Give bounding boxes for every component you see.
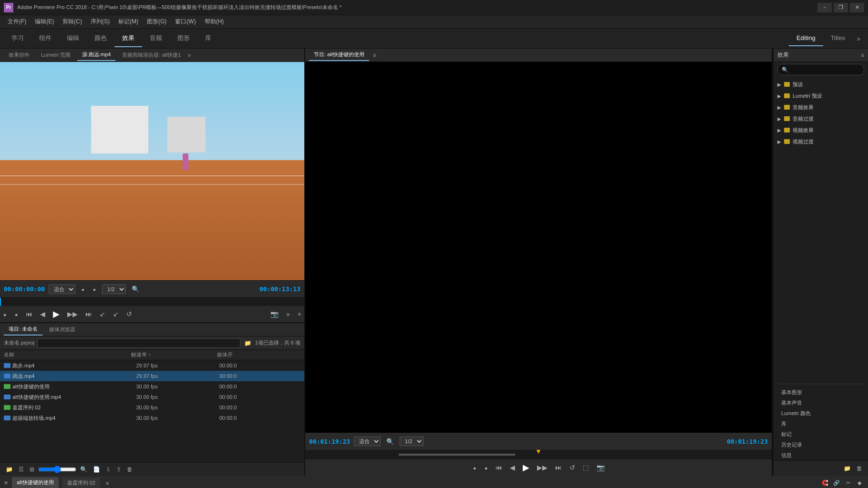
prog-rewind[interactable]: ◀ xyxy=(507,462,518,473)
effect-item-基本声音[interactable]: 基本声音 xyxy=(774,397,868,408)
tl-snap-btn[interactable]: 🧲 xyxy=(820,478,830,488)
top-tab-extra-Editing[interactable]: Editing xyxy=(789,30,823,46)
effect-item-历史记录[interactable]: 历史记录 xyxy=(774,439,868,450)
tab-media-browser[interactable]: 媒体浏览器 xyxy=(44,324,80,335)
program-timeline[interactable] xyxy=(305,450,772,459)
effect-group-header-音频效果[interactable]: ▶ 音频效果 xyxy=(774,102,868,112)
effect-group-音频过渡[interactable]: ▶ 音频过渡 xyxy=(774,113,868,124)
project-new-folder-btn[interactable]: 📁 xyxy=(243,339,252,347)
prog-ffwd[interactable]: ▶▶ xyxy=(534,462,550,473)
zoom-slider[interactable] xyxy=(38,466,76,473)
menu-item-编辑(E)[interactable]: 编辑(E) xyxy=(31,16,58,28)
effects-delete[interactable]: 🗑 xyxy=(855,464,864,473)
prog-camera[interactable]: 📷 xyxy=(594,462,608,473)
new-bin-btn[interactable]: 📁 xyxy=(4,465,15,474)
effect-group-header-音频过渡[interactable]: ▶ 音频过渡 xyxy=(774,113,868,124)
program-zoom-btn[interactable]: 🔍 xyxy=(384,437,396,446)
file-row-3[interactable]: alt快捷键的使用30.00 fps00:00:0 xyxy=(0,381,304,392)
top-tab-颜色[interactable]: 颜色 xyxy=(87,30,114,47)
source-add-btn[interactable]: + xyxy=(295,308,304,320)
prog-mark-in[interactable]: ⬥ xyxy=(470,462,479,473)
source-mark-out-btn[interactable]: ⬥ xyxy=(11,308,21,320)
timeline-tab-menu[interactable]: ≡ xyxy=(106,480,109,486)
source-camera-btn[interactable]: 📷 xyxy=(268,308,281,320)
tl-scissors-btn[interactable]: ✂ xyxy=(843,478,853,488)
top-tab-extra-Titles[interactable]: Titles xyxy=(823,30,853,46)
tab-program[interactable]: 节目: alt快捷键的使用 xyxy=(309,49,369,61)
delete-btn[interactable]: 🗑 xyxy=(125,465,134,474)
tl-link-btn[interactable]: 🔗 xyxy=(832,478,841,488)
tab-audio-mixer[interactable]: 音频剪辑混合器: alt快捷1 xyxy=(117,50,186,61)
menu-item-剪辑(C)[interactable]: 剪辑(C) xyxy=(59,16,86,28)
prog-play[interactable]: ▶ xyxy=(520,460,532,475)
tab-project[interactable]: 项目: 未命名 xyxy=(4,324,42,336)
effect-item-Lumetri 颜色[interactable]: Lumetri 颜色 xyxy=(774,408,868,418)
prog-safe-zones[interactable]: ⬚ xyxy=(580,462,592,473)
prog-mark-out[interactable]: ⬥ xyxy=(481,462,491,473)
list-view-btn[interactable]: ☰ xyxy=(17,465,26,474)
top-tab-学习[interactable]: 学习 xyxy=(4,30,31,47)
minimize-button[interactable]: － xyxy=(817,3,832,12)
menu-item-窗口(W)[interactable]: 窗口(W) xyxy=(171,16,199,28)
effects-new-folder[interactable]: 📁 xyxy=(842,464,853,473)
close-button[interactable]: ✕ xyxy=(850,3,864,12)
icon-view-btn[interactable]: ⊞ xyxy=(28,465,36,474)
effect-group-预设[interactable]: ▶ 预设 xyxy=(774,79,868,90)
effect-group-Lumetri 预设[interactable]: ▶ Lumetri 预设 xyxy=(774,91,868,101)
top-tab-音频[interactable]: 音频 xyxy=(142,30,170,47)
top-tab-编辑[interactable]: 编辑 xyxy=(59,30,87,47)
search-btn[interactable]: 🔍 xyxy=(78,465,89,474)
effect-item-信息[interactable]: 信息 xyxy=(774,450,868,460)
menu-item-序列(S)[interactable]: 序列(S) xyxy=(87,16,114,28)
source-panel-more[interactable]: » xyxy=(187,52,191,59)
source-overwrite-btn[interactable]: ↙ xyxy=(110,308,122,320)
effect-group-视频过渡[interactable]: ▶ 视频过渡 xyxy=(774,136,868,147)
tab-lumetri-scope[interactable]: Lumetri 范围 xyxy=(36,50,75,61)
tl-mark-btn[interactable]: ◆ xyxy=(855,478,864,488)
program-panel-menu[interactable]: ≡ xyxy=(373,52,376,59)
top-tab-库[interactable]: 库 xyxy=(197,30,219,47)
file-row-4[interactable]: alt快捷键的使用.mp430.00 fps00:00:0 xyxy=(0,392,304,402)
source-timeline[interactable] xyxy=(0,297,304,306)
effect-group-header-Lumetri 预设[interactable]: ▶ Lumetri 预设 xyxy=(774,91,868,101)
effect-item-基本图形[interactable]: 基本图形 xyxy=(774,387,868,397)
source-play-btn[interactable]: ▶ xyxy=(50,307,62,321)
restore-button[interactable]: ❐ xyxy=(834,3,848,12)
file-row-1[interactable]: 跑步.mp429.97 fps00:00:0 xyxy=(0,360,304,371)
prog-loop[interactable]: ↺ xyxy=(567,462,578,473)
source-scale-select[interactable]: 1/2 xyxy=(102,285,126,294)
effect-item-库[interactable]: 库 xyxy=(774,418,868,429)
menu-item-图形(G)[interactable]: 图形(G) xyxy=(143,16,170,28)
prog-prev[interactable]: ⏮ xyxy=(493,462,505,473)
effect-group-header-视频效果[interactable]: ▶ 视频效果 xyxy=(774,125,868,135)
file-row-6[interactable]: 超级端放转场.mp430.00 fps00:00:0 xyxy=(0,413,304,423)
effect-group-header-视频过渡[interactable]: ▶ 视频过渡 xyxy=(774,136,868,147)
source-insert-btn[interactable]: ↙ xyxy=(97,308,108,320)
source-fit-select[interactable]: 适合 xyxy=(49,285,75,294)
menu-item-标记(M)[interactable]: 标记(M) xyxy=(114,16,142,28)
program-fit-select[interactable]: 适合 xyxy=(354,437,381,446)
effect-group-视频效果[interactable]: ▶ 视频效果 xyxy=(774,125,868,135)
import-btn[interactable]: ⇩ xyxy=(104,465,113,474)
export-btn[interactable]: ⇪ xyxy=(114,465,123,474)
effect-group-header-预设[interactable]: ▶ 预设 xyxy=(774,79,868,90)
prog-next[interactable]: ⏭ xyxy=(552,462,565,473)
source-more-btn[interactable]: » xyxy=(283,308,293,320)
top-tab-组件[interactable]: 组件 xyxy=(31,30,59,47)
tab-source-video[interactable]: 源:跑远.mp4 xyxy=(77,49,116,61)
new-item-btn[interactable]: 📄 xyxy=(91,465,102,474)
menu-item-帮助(H)[interactable]: 帮助(H) xyxy=(201,16,228,28)
effects-search-input[interactable] xyxy=(790,67,860,72)
effect-group-音频效果[interactable]: ▶ 音频效果 xyxy=(774,102,868,112)
source-prev-btn[interactable]: ⏮ xyxy=(23,308,35,320)
top-tab-more[interactable]: » xyxy=(853,33,864,44)
file-row-5[interactable]: 嘉霆序列 0230.00 fps00:00:0 xyxy=(0,402,304,413)
source-rewind-btn[interactable]: ◀ xyxy=(37,308,48,320)
file-row-2[interactable]: 跳远.mp429.97 fps00:00:0 xyxy=(0,371,304,381)
tab-sequence-2[interactable]: 嘉霆序列 02 xyxy=(62,478,100,488)
close-timeline-btn[interactable]: ✕ xyxy=(4,480,8,486)
source-zoom-btn[interactable]: 🔍 xyxy=(130,285,141,294)
effect-item-标记[interactable]: 标记 xyxy=(774,429,868,439)
tab-effects-controls[interactable]: 效果控件 xyxy=(4,50,34,61)
effects-menu-btn[interactable]: ≡ xyxy=(861,52,864,59)
